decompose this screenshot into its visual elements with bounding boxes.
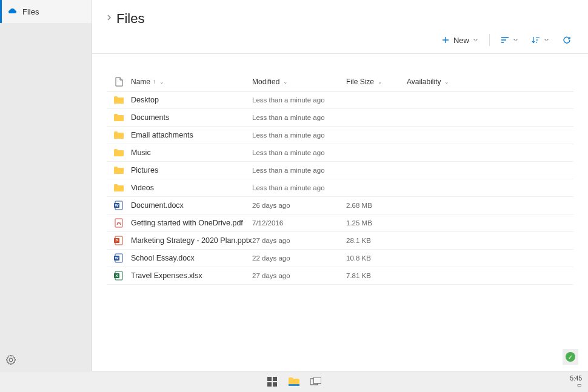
breadcrumb-chevron-icon[interactable] [107,15,112,21]
page-header: Files [92,0,588,33]
sync-status-badge[interactable]: ✓ [563,349,578,365]
taskbar-explorer[interactable] [287,374,301,389]
tray-more-icon: ▭ [570,382,582,388]
list-item[interactable]: VideosLess than a minute ago [107,179,573,197]
file-name: School Essay.docx [131,254,252,262]
docx-icon: W [107,253,131,263]
file-size: 1.25 MB [346,219,407,227]
column-headers: Name ↑ ⌄ Modified ⌄ File Size ⌄ Availabi… [107,72,573,91]
xlsx-icon: X [107,271,131,281]
gear-icon [6,355,16,365]
svg-rect-17 [273,382,277,387]
view-button[interactable] [529,34,552,46]
svg-rect-16 [267,382,272,387]
file-modified: Less than a minute ago [252,114,346,121]
file-name: Getting started with OneDrive.pdf [131,219,252,227]
chevron-down-icon [473,38,478,42]
list-item[interactable]: DesktopLess than a minute ago [107,91,573,109]
file-size: 28.1 KB [346,237,407,244]
column-header-icon[interactable] [107,77,131,87]
file-name: Email attachments [131,131,252,139]
taskbar: 5:45 ▭ [0,371,588,392]
page-title: Files [116,11,144,27]
folder-icon [107,131,131,139]
file-name: Documents [131,113,252,122]
separator [489,34,490,46]
svg-text:W: W [115,256,119,260]
sort-ascending-icon: ↑ [153,78,156,85]
list-item[interactable]: XTravel Expenses.xlsx27 days ago7.81 KB [107,267,573,285]
taskview-icon [310,377,321,386]
file-size: 7.81 KB [346,272,407,279]
svg-rect-18 [289,384,299,386]
folder-icon [107,96,131,104]
list-item[interactable]: WSchool Essay.docx22 days ago10.8 KB [107,250,573,267]
list-item[interactable]: WDocument.docx26 days ago2.68 MB [107,197,573,214]
sort-button[interactable] [498,34,521,46]
pdf-icon [107,218,131,228]
file-modified: 22 days ago [252,254,346,262]
file-list: Name ↑ ⌄ Modified ⌄ File Size ⌄ Availabi… [92,54,588,285]
column-header-availability[interactable]: Availability ⌄ [407,78,479,86]
list-item[interactable]: Email attachmentsLess than a minute ago [107,127,573,144]
file-modified: Less than a minute ago [252,184,346,191]
folder-icon [288,377,300,387]
new-button[interactable]: New [439,33,481,47]
new-button-label: New [453,36,469,45]
file-name: Document.docx [131,201,252,210]
file-name: Marketing Strategy - 2020 Plan.pptx [131,236,252,245]
svg-rect-14 [267,377,272,381]
column-header-name[interactable]: Name ↑ ⌄ [131,78,252,86]
refresh-icon [563,36,571,44]
settings-button[interactable] [0,349,92,371]
file-modified: 7/12/2016 [252,219,346,227]
file-modified: 26 days ago [252,202,346,209]
pptx-icon: P [107,236,131,245]
start-button[interactable] [265,374,279,389]
folder-icon [107,113,131,122]
sidebar: Files [0,0,92,371]
list-item[interactable]: PMarketing Strategy - 2020 Plan.pptx27 d… [107,232,573,250]
chevron-down-icon: ⌄ [378,79,383,85]
folder-icon [107,184,131,192]
folder-icon [107,166,131,174]
file-size: 2.68 MB [346,202,407,209]
sort-order-icon [532,36,540,44]
list-item[interactable]: PicturesLess than a minute ago [107,162,573,179]
file-modified: 27 days ago [252,237,346,244]
svg-rect-15 [273,377,277,381]
windows-icon [267,377,277,387]
list-item[interactable]: Getting started with OneDrive.pdf7/12/20… [107,214,573,232]
sort-lines-icon [501,36,509,44]
main-content: Files New [92,0,588,371]
svg-rect-20 [313,377,321,384]
file-name: Travel Expenses.xlsx [131,271,252,280]
chevron-down-icon [544,38,549,42]
file-name: Desktop [131,96,252,104]
file-name: Pictures [131,166,252,174]
checkmark-icon: ✓ [566,352,575,362]
system-tray[interactable]: 5:45 ▭ [570,375,588,388]
clock: 5:45 [570,375,582,382]
file-icon [115,77,123,87]
file-name: Videos [131,184,252,192]
svg-text:W: W [115,204,119,207]
list-item[interactable]: MusicLess than a minute ago [107,144,573,162]
refresh-button[interactable] [560,33,573,47]
list-item[interactable]: DocumentsLess than a minute ago [107,109,573,127]
file-modified: Less than a minute ago [252,149,346,156]
chevron-down-icon: ⌄ [283,79,288,85]
column-header-modified[interactable]: Modified ⌄ [252,78,346,86]
sidebar-item-files[interactable]: Files [0,0,92,23]
file-modified: Less than a minute ago [252,131,346,139]
plus-icon [441,36,450,44]
file-modified: Less than a minute ago [252,167,346,174]
file-name: Music [131,148,252,157]
file-modified: Less than a minute ago [252,96,346,104]
file-modified: 27 days ago [252,272,346,279]
command-bar: New [92,33,588,54]
taskbar-taskview[interactable] [309,374,323,389]
column-header-size[interactable]: File Size ⌄ [346,78,407,86]
chevron-down-icon: ⌄ [159,79,164,85]
chevron-down-icon [513,38,518,42]
